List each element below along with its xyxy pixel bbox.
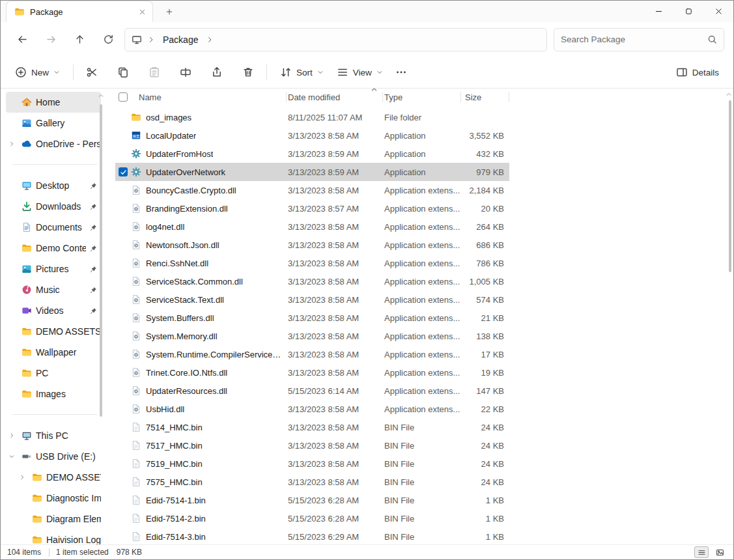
close-button[interactable]: [703, 1, 733, 22]
chevron-down-icon[interactable]: [6, 453, 18, 460]
back-button[interactable]: [10, 28, 35, 51]
file-row-servicestack-text-dll[interactable]: ServiceStack.Text.dll3/13/2023 8:58 AMAp…: [115, 290, 509, 309]
file-size: 3,552 KB: [461, 131, 509, 141]
sidebar-item-label: Videos: [36, 305, 86, 316]
sidebar-scroll-up-icon[interactable]: [98, 92, 104, 99]
file-row-7519-hmc-bin[interactable]: 7519_HMC.bin3/13/2023 8:58 AMBIN File24 …: [115, 455, 509, 473]
sidebar-item-videos[interactable]: Videos: [6, 300, 101, 321]
file-row-servicestack-common-dll[interactable]: ServiceStack.Common.dll3/13/2023 8:58 AM…: [115, 272, 509, 290]
file-row-7575-hmc-bin[interactable]: 7575_HMC.bin3/13/2023 8:58 AMBIN File24 …: [115, 473, 509, 491]
tab-close-icon[interactable]: [139, 8, 146, 16]
new-button-label: New: [31, 68, 49, 77]
search-input[interactable]: [561, 35, 707, 44]
sidebar-item-downloads[interactable]: Downloads: [6, 196, 101, 217]
breadcrumb-item-package[interactable]: Package: [160, 33, 201, 46]
file-row-edid-7514-3-bin[interactable]: Edid-7514-3.bin5/15/2023 6:29 AMBIN File…: [115, 527, 509, 544]
rename-button[interactable]: [174, 61, 197, 84]
new-tab-button[interactable]: [160, 3, 179, 20]
cut-button[interactable]: [80, 61, 104, 84]
file-row-edid-7514-2-bin[interactable]: Edid-7514-2.bin5/15/2023 6:28 AMBIN File…: [115, 509, 509, 527]
sidebar-item-label: USB Drive (E:): [36, 451, 101, 462]
file-row-edid-7514-1-bin[interactable]: Edid-7514-1.bin5/15/2023 6:28 AMBIN File…: [115, 491, 509, 509]
file-row-osd-images[interactable]: osd_images8/11/2025 11:07 AMFile folder: [115, 108, 509, 126]
file-size: 2,184 KB: [461, 186, 509, 195]
sidebar-item-demo-conte[interactable]: Demo Conte...: [6, 238, 101, 259]
file-row-brandingextension-dll[interactable]: BrandingExtension.dll3/13/2023 8:57 AMAp…: [115, 199, 509, 217]
sidebar-item-onedrive-pers[interactable]: OneDrive - Pers...: [6, 133, 101, 154]
chevron-right-icon[interactable]: [6, 141, 18, 147]
row-checkbox-checked[interactable]: [119, 167, 128, 176]
search-icon[interactable]: [707, 35, 717, 44]
breadcrumb-chevron-icon[interactable]: [206, 36, 214, 44]
sidebar-item-documents[interactable]: Documents: [6, 217, 101, 238]
explorer-tab[interactable]: Package: [6, 1, 153, 22]
file-type: Application extens...: [383, 386, 461, 396]
sidebar-item-wallpaper[interactable]: Wallpaper: [6, 342, 101, 363]
file-row-updaterovernetwork[interactable]: UpdaterOverNetwork3/13/2023 8:59 AMAppli…: [115, 163, 509, 181]
file-row-localupdater[interactable]: LocalUpdater3/13/2023 8:58 AMApplication…: [115, 126, 509, 145]
paste-button[interactable]: [143, 61, 166, 84]
file-size: 574 KB: [461, 295, 509, 305]
file-row-7514-hmc-bin[interactable]: 7514_HMC.bin3/13/2023 8:58 AMBIN File24 …: [115, 418, 509, 436]
file-row-system-runtime-compilerservices-un[interactable]: System.Runtime.CompilerServices.Un...3/1…: [115, 345, 509, 363]
share-button[interactable]: [205, 61, 229, 84]
sort-button[interactable]: Sort: [274, 61, 330, 84]
maximize-button[interactable]: [673, 1, 703, 22]
date-modified: 3/13/2023 8:58 AM: [287, 441, 383, 451]
sidebar-item-demo-assets[interactable]: DEMO ASSETS: [6, 321, 101, 342]
file-row-updaterfromhost[interactable]: UpdaterFromHost3/13/2023 8:59 AMApplicat…: [115, 145, 509, 163]
column-header-size[interactable]: Size: [461, 89, 509, 105]
sidebar-item-home[interactable]: Home: [6, 92, 101, 113]
file-row-usbhid-dll[interactable]: UsbHid.dll3/13/2023 8:58 AMApplication e…: [115, 400, 509, 418]
file-row-renci-sshnet-dll[interactable]: Renci.SshNet.dll3/13/2023 8:58 AMApplica…: [115, 254, 509, 272]
file-row-log4net-dll[interactable]: log4net.dll3/13/2023 8:58 AMApplication …: [115, 217, 509, 236]
thumbnail-view-button[interactable]: [713, 546, 727, 558]
sidebar-item-diagnostic-ima[interactable]: Diagnostic Ima...: [6, 488, 101, 509]
sidebar-scrollbar[interactable]: [100, 104, 102, 417]
sidebar-item-demo-assets[interactable]: DEMO ASSETS: [6, 467, 101, 488]
vertical-scrollbar[interactable]: [729, 100, 731, 272]
forward-button[interactable]: [38, 28, 63, 51]
details-view-button[interactable]: [694, 546, 709, 558]
file-row-newtonsoft-json-dll[interactable]: Newtonsoft.Json.dll3/13/2023 8:58 AMAppl…: [115, 236, 509, 254]
file-row-bouncycastle-crypto-dll[interactable]: BouncyCastle.Crypto.dll3/13/2023 8:58 AM…: [115, 181, 509, 199]
copy-button[interactable]: [111, 61, 135, 84]
sidebar-item-images[interactable]: Images: [6, 384, 101, 404]
sidebar-item-haivision-logo[interactable]: Haivision Logo...: [6, 529, 101, 544]
file-row-updaterresources-dll[interactable]: UpdaterResources.dll5/15/2023 6:14 AMApp…: [115, 382, 509, 400]
details-button[interactable]: Details: [670, 61, 726, 84]
column-header-type[interactable]: Type: [383, 89, 461, 105]
chevron-right-icon[interactable]: [6, 432, 18, 439]
sidebar-item-gallery[interactable]: Gallery: [6, 113, 101, 133]
sidebar-item-label: Images: [36, 389, 101, 399]
column-header-name[interactable]: Name: [131, 89, 287, 105]
copy-icon: [117, 66, 129, 78]
breadcrumb-chevron-icon[interactable]: [147, 36, 155, 44]
details-view-icon: [698, 548, 706, 557]
sidebar-item-usb-drive-e[interactable]: USB Drive (E:): [6, 446, 101, 467]
view-button[interactable]: View: [330, 61, 389, 84]
file-row-system-buffers-dll[interactable]: System.Buffers.dll3/13/2023 8:58 AMAppli…: [115, 309, 509, 327]
minimize-button[interactable]: [643, 1, 673, 22]
refresh-button[interactable]: [96, 28, 120, 51]
file-row-trinet-core-io-ntfs-dll[interactable]: Trinet.Core.IO.Ntfs.dll3/13/2023 8:58 AM…: [115, 363, 509, 382]
select-all-checkbox[interactable]: [119, 92, 128, 102]
chevron-right-icon[interactable]: [16, 474, 28, 481]
sidebar-item-diagram-eleme[interactable]: Diagram Eleme...: [6, 509, 101, 529]
sidebar-item-pictures[interactable]: Pictures: [6, 259, 101, 279]
sidebar-item-desktop[interactable]: Desktop: [6, 175, 101, 196]
new-button[interactable]: New: [8, 61, 66, 84]
up-button[interactable]: [67, 28, 92, 51]
file-row-system-memory-dll[interactable]: System.Memory.dll3/13/2023 8:58 AMApplic…: [115, 327, 509, 345]
address-bar[interactable]: Package: [124, 28, 547, 51]
search-box[interactable]: [554, 28, 724, 51]
sidebar-item-music[interactable]: Music: [6, 279, 101, 300]
rename-icon: [180, 66, 191, 78]
scroll-up-icon[interactable]: [726, 91, 732, 98]
sidebar-item-pc[interactable]: PC: [6, 363, 101, 384]
delete-button[interactable]: [236, 61, 260, 84]
sidebar-item-this-pc[interactable]: This PC: [6, 425, 101, 446]
more-options-button[interactable]: [389, 61, 413, 84]
file-row-7517-hmc-bin[interactable]: 7517_HMC.bin3/13/2023 8:58 AMBIN File24 …: [115, 436, 509, 455]
column-header-date[interactable]: Date modified: [287, 89, 383, 105]
